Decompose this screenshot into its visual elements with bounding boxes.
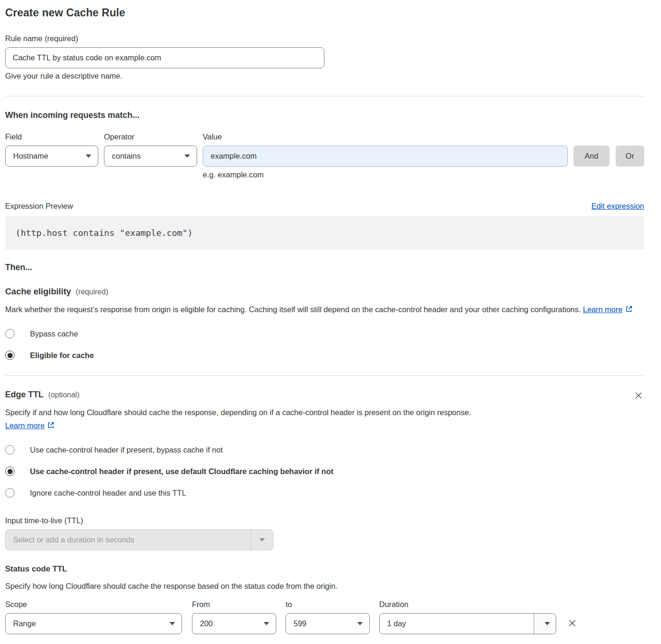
radio-unchecked-icon <box>5 329 15 338</box>
edge-ttl-learn-more-link[interactable]: Learn more <box>5 421 44 430</box>
radio-use-header-default[interactable]: Use cache-control header if present, use… <box>5 467 644 476</box>
scope-select-value: Range <box>13 619 36 628</box>
field-select[interactable]: Hostname <box>5 146 98 167</box>
and-button[interactable]: And <box>573 146 610 167</box>
from-select-value: 200 <box>200 619 213 628</box>
cache-eligibility-learn-more-link[interactable]: Learn more <box>583 305 622 314</box>
or-button[interactable]: Or <box>616 146 644 167</box>
radio-checked-icon <box>5 467 15 476</box>
expression-preview-label: Expression Preview <box>5 202 73 211</box>
scope-group: Scope Range <box>5 600 182 634</box>
page-title: Create new Cache Rule <box>5 7 644 19</box>
duration-select[interactable]: 1 day <box>379 613 556 634</box>
rule-name-input[interactable] <box>5 47 324 68</box>
chevron-down-icon <box>534 614 556 634</box>
to-select-value: 599 <box>294 619 307 628</box>
ttl-input-group: Input time-to-live (TTL) Select or add a… <box>5 516 644 550</box>
to-select[interactable]: 599 <box>286 613 370 634</box>
edge-ttl-header: Edge TTL(optional) <box>5 390 644 401</box>
match-value-input[interactable] <box>203 146 568 167</box>
ttl-duration-select[interactable]: Select or add a duration in seconds <box>5 529 273 550</box>
operator-select-value: contains <box>112 152 140 161</box>
cache-eligibility-title: Cache eligibility <box>5 286 71 296</box>
edge-ttl-heading: Edge TTL(optional) <box>5 390 80 400</box>
edge-ttl-close-button[interactable] <box>633 390 644 401</box>
edge-ttl-options: Use cache-control header if present, byp… <box>5 445 644 498</box>
radio-eligible-for-cache[interactable]: Eligible for cache <box>5 351 644 360</box>
status-code-ttl-heading: Status code TTL <box>5 564 644 574</box>
edge-ttl-description-text: Specify if and how long Cloudflare shoul… <box>5 408 471 417</box>
ttl-duration-placeholder: Select or add a duration in seconds <box>6 530 250 550</box>
edge-ttl-description: Specify if and how long Cloudflare shoul… <box>5 406 520 433</box>
chevron-down-icon <box>184 154 190 158</box>
close-icon <box>634 395 643 402</box>
radio-label: Eligible for cache <box>30 351 94 360</box>
status-code-ttl-row: Scope Range From 200 to 599 Duration 1 d… <box>5 600 644 634</box>
chevron-down-icon <box>264 622 269 625</box>
section-divider <box>5 96 644 96</box>
radio-label: Ignore cache-control header and use this… <box>30 489 186 498</box>
edge-ttl-title: Edge TTL <box>5 390 44 399</box>
match-heading: When incoming requests match... <box>5 110 644 120</box>
expression-header: Expression Preview Edit expression <box>5 202 644 211</box>
duration-group: Duration 1 day <box>379 600 556 634</box>
cache-eligibility-options: Bypass cache Eligible for cache <box>5 329 644 360</box>
external-link-icon <box>47 420 55 433</box>
radio-label: Bypass cache <box>30 329 78 338</box>
external-link-icon <box>625 304 633 317</box>
cache-eligibility-description-text: Mark whether the request’s response from… <box>5 305 581 314</box>
cache-eligibility-heading: Cache eligibility(required) <box>5 286 644 297</box>
radio-bypass-cache[interactable]: Bypass cache <box>5 329 644 338</box>
field-select-value: Hostname <box>13 152 48 161</box>
from-select[interactable]: 200 <box>192 613 276 634</box>
radio-use-header-bypass[interactable]: Use cache-control header if present, byp… <box>5 445 644 454</box>
scope-label: Scope <box>5 600 182 609</box>
chevron-down-icon <box>86 154 91 158</box>
status-code-ttl-description: Specify how long Cloudflare should cache… <box>5 579 637 593</box>
chevron-down-icon <box>250 530 273 550</box>
remove-status-ttl-button[interactable] <box>566 617 578 629</box>
section-divider <box>5 375 644 376</box>
then-heading: Then... <box>5 263 644 272</box>
match-row: Hostname contains And Or <box>5 146 644 167</box>
close-icon <box>567 622 577 629</box>
cache-eligibility-description: Mark whether the request’s response from… <box>5 303 637 317</box>
chevron-down-icon <box>357 622 363 625</box>
chevron-down-icon <box>169 622 175 625</box>
value-label: Value <box>203 132 222 141</box>
radio-unchecked-icon <box>5 445 15 454</box>
radio-unchecked-icon <box>5 488 15 498</box>
duration-label: Duration <box>379 600 556 609</box>
radio-checked-icon <box>5 351 15 360</box>
field-label: Field <box>5 132 104 141</box>
edit-expression-link[interactable]: Edit expression <box>591 202 644 211</box>
from-label: From <box>192 600 276 609</box>
rule-name-help: Give your rule a descriptive name. <box>5 72 644 80</box>
expression-code: (http.host contains "example.com") <box>5 216 644 249</box>
from-group: From 200 <box>192 600 276 634</box>
operator-label: Operator <box>104 132 203 141</box>
scope-select[interactable]: Range <box>5 613 182 634</box>
operator-select[interactable]: contains <box>104 146 197 167</box>
radio-ignore-header[interactable]: Ignore cache-control header and use this… <box>5 488 644 498</box>
value-help: e.g. example.com <box>203 170 644 179</box>
duration-select-value: 1 day <box>380 614 534 634</box>
rule-name-group: Rule name (required) Give your rule a de… <box>5 34 644 80</box>
to-label: to <box>286 600 370 609</box>
optional-tag: (optional) <box>48 391 80 399</box>
radio-label: Use cache-control header if present, use… <box>30 467 333 476</box>
required-tag: (required) <box>76 288 108 296</box>
match-column-labels: Field Operator Value <box>5 132 644 141</box>
ttl-input-label: Input time-to-live (TTL) <box>5 516 644 525</box>
rule-name-label: Rule name (required) <box>5 34 644 43</box>
radio-label: Use cache-control header if present, byp… <box>30 446 223 454</box>
to-group: to 599 <box>286 600 370 634</box>
